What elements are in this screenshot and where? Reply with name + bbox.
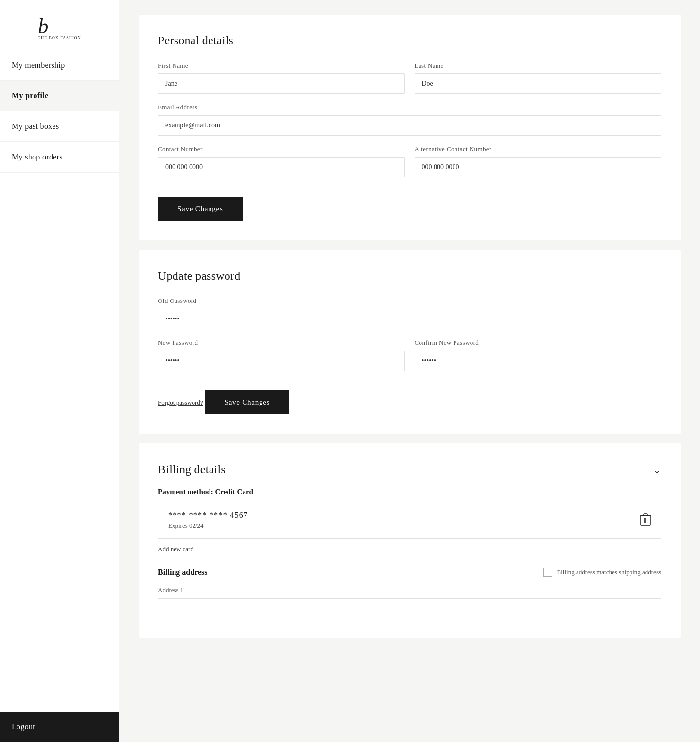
logo-container: b THE BOX FASHION	[0, 0, 119, 50]
first-name-group: First Name	[158, 62, 405, 94]
payment-method-label: Payment method: Credit Card	[158, 488, 661, 496]
personal-details-section: Personal details First Name Last Name Em…	[139, 15, 681, 240]
update-password-title: Update password	[158, 269, 661, 283]
main-content: Personal details First Name Last Name Em…	[119, 0, 700, 742]
last-name-label: Last Name	[415, 62, 662, 70]
logo-subtext: THE BOX FASHION	[38, 36, 81, 40]
sidebar-item-profile[interactable]: My profile	[0, 81, 119, 111]
contact-label: Contact Number	[158, 145, 405, 153]
sidebar-navigation: My membership My profile My past boxes M…	[0, 50, 119, 712]
credit-card-info: **** **** **** 4567 Expires 02/24	[158, 502, 661, 539]
sidebar-item-shop-orders[interactable]: My shop orders	[0, 142, 119, 173]
billing-details-section: Billing details ⌄ Payment method: Credit…	[139, 443, 681, 638]
alt-contact-group: Alternative Contact Number	[415, 145, 662, 177]
email-input[interactable]	[158, 115, 661, 136]
logo-letter: b	[38, 15, 81, 38]
card-number: **** **** **** 4567	[168, 511, 248, 520]
sidebar-item-past-boxes[interactable]: My past boxes	[0, 111, 119, 142]
first-name-label: First Name	[158, 62, 405, 70]
trash-icon[interactable]	[640, 513, 651, 528]
address1-label: Address 1	[158, 586, 661, 594]
billing-matches-shipping-text: Billing address matches shipping address	[557, 568, 661, 576]
old-password-group: Old Oassword	[158, 297, 661, 329]
address1-input[interactable]	[158, 598, 661, 618]
personal-details-save-button[interactable]: Save Changes	[158, 197, 243, 221]
add-new-card-link[interactable]: Add new card	[158, 546, 193, 553]
billing-address-header: Billing address Billing address matches …	[158, 568, 661, 577]
forgot-password-link[interactable]: Forgot password?	[158, 399, 203, 406]
name-row: First Name Last Name	[158, 62, 661, 94]
alt-contact-input[interactable]	[415, 157, 662, 177]
card-details: **** **** **** 4567 Expires 02/24	[168, 511, 248, 530]
billing-header[interactable]: Billing details ⌄	[158, 463, 661, 476]
confirm-password-group: Confirm New Password	[415, 339, 662, 371]
confirm-password-input[interactable]	[415, 351, 662, 371]
new-password-input[interactable]	[158, 351, 405, 371]
email-label: Email Address	[158, 104, 661, 111]
contact-input[interactable]	[158, 157, 405, 177]
billing-matches-shipping-label[interactable]: Billing address matches shipping address	[543, 568, 661, 577]
sidebar-item-membership[interactable]: My membership	[0, 50, 119, 81]
old-password-row: Old Oassword	[158, 297, 661, 329]
confirm-password-label: Confirm New Password	[415, 339, 662, 347]
contact-row: Contact Number Alternative Contact Numbe…	[158, 145, 661, 177]
first-name-input[interactable]	[158, 73, 405, 94]
email-row: Email Address	[158, 104, 661, 136]
card-expiry: Expires 02/24	[168, 522, 248, 530]
new-password-row: New Password Confirm New Password	[158, 339, 661, 371]
logout-button[interactable]: Logout	[0, 712, 119, 742]
chevron-down-icon: ⌄	[653, 464, 661, 476]
email-group: Email Address	[158, 104, 661, 136]
new-password-group: New Password	[158, 339, 405, 371]
old-password-label: Old Oassword	[158, 297, 661, 305]
personal-details-title: Personal details	[158, 34, 661, 47]
billing-address-title: Billing address	[158, 568, 208, 577]
last-name-group: Last Name	[415, 62, 662, 94]
billing-matches-shipping-checkbox[interactable]	[543, 568, 552, 577]
update-password-save-button[interactable]: Save Changes	[205, 390, 290, 414]
billing-title: Billing details	[158, 463, 226, 476]
alt-contact-label: Alternative Contact Number	[415, 145, 662, 153]
last-name-input[interactable]	[415, 73, 662, 94]
contact-group: Contact Number	[158, 145, 405, 177]
sidebar: b THE BOX FASHION My membership My profi…	[0, 0, 119, 742]
update-password-section: Update password Old Oassword New Passwor…	[139, 250, 681, 434]
new-password-label: New Password	[158, 339, 405, 347]
old-password-input[interactable]	[158, 309, 661, 329]
